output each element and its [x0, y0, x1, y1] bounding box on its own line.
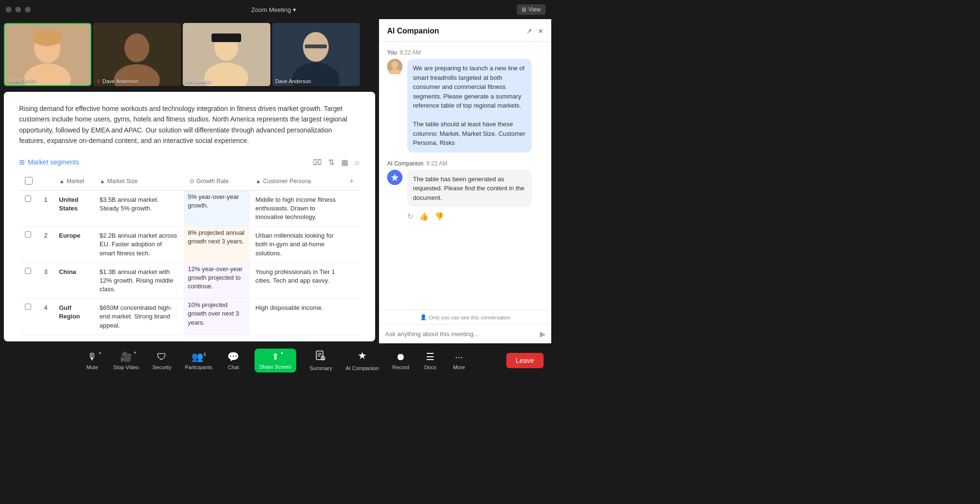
dave1-video	[93, 23, 181, 86]
participants-icon: 👥4	[191, 351, 206, 362]
olivia-name-label: Olivia Smith	[8, 77, 36, 83]
left-panel: Olivia Smith 🎙 Dave Anderson	[0, 19, 379, 343]
ai-send-icon[interactable]: ▶	[540, 329, 546, 339]
row1-check[interactable]	[25, 196, 31, 202]
select-all-checkbox[interactable]	[25, 177, 33, 185]
video-thumb-dave2[interactable]: Dave Anderson	[272, 23, 360, 86]
svg-rect-18	[316, 351, 323, 360]
thumbs-up-icon[interactable]: 👍	[419, 212, 429, 221]
maximize-button[interactable]	[25, 7, 31, 12]
more-icon: ···	[455, 351, 463, 362]
filter-icon[interactable]: ⌧	[313, 158, 322, 167]
row3-growth: 12% year-over-year growth projected to c…	[184, 263, 249, 299]
video-thumb-kei[interactable]: Kei Umeko	[183, 23, 270, 86]
user-message-row: We are preparing to launch a new line of…	[387, 59, 544, 153]
ai-message-actions: ↻ 👍 👎	[407, 212, 544, 221]
row3-checkbox	[19, 263, 38, 299]
ai-messages-area: You 9:22 AM We are preparing to launch a…	[379, 42, 551, 310]
toolbar-participants[interactable]: 👥4 Participants	[178, 351, 219, 370]
mute-caret: ▲	[98, 351, 102, 355]
meeting-title: Zoom Meeting ▾	[251, 6, 296, 13]
svg-rect-14	[305, 44, 327, 48]
kei-video	[183, 23, 270, 86]
add-column-button[interactable]: +	[349, 176, 354, 186]
dave1-name-label: 🎙 Dave Anderson	[96, 78, 138, 84]
video-thumb-dave1[interactable]: 🎙 Dave Anderson	[93, 23, 181, 86]
market-col-header: ▲ Market	[53, 173, 94, 191]
table-row: 1 United States $3.5B annual market. Ste…	[19, 190, 360, 227]
table-row: 4 Gulf Region $650M concentrated high-en…	[19, 299, 360, 335]
row3-market-size: $1.3B annual market with 12% growth. Ris…	[94, 263, 184, 299]
svg-point-5	[124, 33, 149, 62]
row3-persona: Young professionals in Tier 1 cities. Te…	[250, 263, 344, 299]
num-col-header	[38, 173, 53, 191]
share-screen-btn[interactable]: ⬆▲ Share Screen	[255, 349, 296, 373]
ai-panel-header: AI Companion ↗ ✕	[379, 19, 551, 42]
row4-market-size: $650M concentrated high-end market. Stro…	[94, 299, 184, 335]
toolbar-record[interactable]: ⏺ Record	[386, 351, 416, 370]
user-message-meta: You 9:22 AM	[387, 49, 544, 56]
ai-message-group: AI Companion 9:22 AM The table has been …	[387, 160, 544, 221]
ai-input-field[interactable]	[385, 330, 536, 338]
summary-label: Summary	[310, 365, 332, 371]
svg-point-16	[391, 61, 398, 69]
row2-checkbox	[19, 227, 38, 263]
row4-market: Gulf Region	[53, 299, 94, 335]
toolbar-stop-video[interactable]: 🎥▲ Stop Video	[107, 351, 146, 370]
close-button[interactable]	[6, 7, 11, 12]
dave2-name-label: Dave Anderson	[275, 78, 311, 84]
toolbar-security[interactable]: 🛡 Security	[145, 351, 178, 370]
toolbar-more[interactable]: ··· More	[445, 351, 473, 370]
document-body-text: Rising demand for effective home workout…	[19, 103, 360, 146]
row3-check[interactable]	[25, 268, 31, 274]
video-thumb-olivia[interactable]: Olivia Smith	[4, 23, 91, 86]
thumbs-down-icon[interactable]: 👎	[434, 212, 444, 221]
table-title-text: Market segments	[28, 158, 79, 166]
row4-extra	[343, 299, 360, 335]
docs-icon: ☰	[426, 351, 434, 362]
bottom-toolbar: 🎙▲ Mute 🎥▲ Stop Video 🛡 Security 👥4 Part…	[0, 343, 551, 378]
row2-growth: 8% projected annual growth next 3 years.	[184, 227, 249, 263]
top-bar: Zoom Meeting ▾ ⊞ View	[0, 0, 551, 19]
table-title: ⊞ Market segments	[19, 158, 79, 166]
stop-video-label: Stop Video	[113, 364, 139, 370]
add-row-button[interactable]: +	[19, 339, 24, 341]
table-row: 3 China $1.3B annual market with 12% gro…	[19, 263, 360, 299]
toolbar-ai-companion[interactable]: AI Companion	[339, 351, 386, 371]
table-icon: ⊞	[19, 158, 25, 166]
chat-label: Chat	[228, 364, 239, 370]
toolbar-summary[interactable]: Summary	[303, 351, 339, 371]
close-panel-icon[interactable]: ✕	[538, 27, 544, 35]
row3-num: 3	[38, 263, 53, 299]
row1-extra	[343, 190, 360, 227]
user-message-bubble: We are preparing to launch a new line of…	[407, 59, 532, 153]
row4-growth: 10% projected growth over next 3 years.	[184, 299, 249, 335]
checkbox-col-header	[19, 173, 38, 191]
docs-label: Docs	[424, 364, 436, 370]
toolbar-share-screen[interactable]: ⬆▲ Share Screen	[248, 349, 303, 373]
mute-label: Mute	[87, 364, 98, 370]
row4-num: 4	[38, 299, 53, 335]
minimize-button[interactable]	[15, 7, 21, 12]
row4-check[interactable]	[25, 304, 31, 310]
share-screen-label: Share Screen	[259, 364, 291, 370]
leave-button[interactable]: Leave	[506, 353, 544, 368]
row2-check[interactable]	[25, 231, 31, 238]
row4-checkbox	[19, 299, 38, 335]
toolbar-chat[interactable]: 💬 Chat	[219, 351, 248, 370]
toolbar-mute[interactable]: 🎙▲ Mute	[78, 351, 107, 370]
search-icon[interactable]: ⌕	[355, 158, 360, 167]
table-actions: ⌧ ⇅ ▦ ⌕	[313, 158, 360, 167]
ai-companion-icon	[357, 351, 368, 363]
toolbar-docs[interactable]: ☰ Docs	[416, 351, 445, 370]
regenerate-icon[interactable]: ↻	[407, 212, 413, 221]
columns-icon[interactable]: ▦	[341, 158, 348, 167]
row3-extra	[343, 263, 360, 299]
add-col-header: +	[343, 173, 360, 191]
table-header-row: ⊞ Market segments ⌧ ⇅ ▦ ⌕	[19, 158, 360, 167]
sort-icon[interactable]: ⇅	[328, 158, 334, 167]
row2-market-size: $2.2B annual market across EU. Faster ad…	[94, 227, 184, 263]
ai-message-meta: AI Companion 9:22 AM	[387, 160, 544, 167]
view-button[interactable]: ⊞ View	[517, 4, 546, 15]
external-link-icon[interactable]: ↗	[526, 27, 532, 35]
